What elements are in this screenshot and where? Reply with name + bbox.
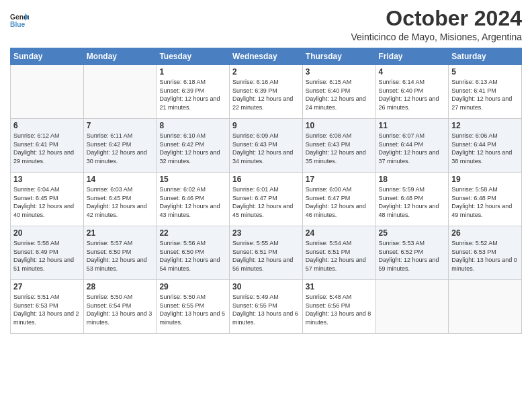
day-number: 28 — [87, 282, 154, 291]
day-number: 3 — [306, 67, 373, 77]
day-number: 2 — [232, 67, 300, 77]
page-header: General Blue October 2024 Veinticinco de… — [10, 7, 522, 42]
cell-info: Sunrise: 6:11 AM Sunset: 6:42 PM Dayligh… — [87, 132, 154, 165]
calendar-cell: 20Sunrise: 5:58 AM Sunset: 6:49 PM Dayli… — [11, 226, 84, 280]
calendar-cell: 9Sunrise: 6:09 AM Sunset: 6:43 PM Daylig… — [230, 119, 303, 173]
calendar-cell: 15Sunrise: 6:02 AM Sunset: 6:46 PM Dayli… — [157, 173, 230, 226]
calendar-week-row: 27Sunrise: 5:51 AM Sunset: 6:53 PM Dayli… — [11, 280, 522, 334]
day-number: 7 — [87, 121, 154, 130]
day-number: 12 — [451, 121, 519, 130]
cell-info: Sunrise: 5:54 AM Sunset: 6:51 PM Dayligh… — [306, 239, 373, 273]
svg-text:Blue: Blue — [10, 21, 26, 28]
cell-info: Sunrise: 6:04 AM Sunset: 6:45 PM Dayligh… — [13, 185, 81, 219]
title-block: October 2024 Veinticinco de Mayo, Mision… — [351, 7, 522, 42]
calendar-cell — [11, 65, 84, 119]
calendar-cell: 10Sunrise: 6:08 AM Sunset: 6:43 PM Dayli… — [302, 119, 375, 173]
cell-info: Sunrise: 6:13 AM Sunset: 6:41 PM Dayligh… — [451, 78, 519, 111]
cell-info: Sunrise: 6:08 AM Sunset: 6:43 PM Dayligh… — [306, 132, 373, 165]
calendar-cell: 7Sunrise: 6:11 AM Sunset: 6:42 PM Daylig… — [83, 119, 157, 173]
cell-info: Sunrise: 5:57 AM Sunset: 6:50 PM Dayligh… — [87, 239, 154, 273]
day-number: 19 — [451, 175, 519, 184]
cell-info: Sunrise: 5:49 AM Sunset: 6:55 PM Dayligh… — [232, 293, 300, 326]
cell-info: Sunrise: 5:58 AM Sunset: 6:49 PM Dayligh… — [13, 239, 81, 273]
day-header-thursday: Thursday — [302, 48, 375, 65]
day-header-monday: Monday — [83, 48, 157, 65]
day-number: 18 — [379, 175, 446, 184]
day-number: 8 — [159, 121, 226, 130]
cell-info: Sunrise: 6:16 AM Sunset: 6:39 PM Dayligh… — [232, 78, 300, 111]
calendar-week-row: 13Sunrise: 6:04 AM Sunset: 6:45 PM Dayli… — [11, 173, 522, 226]
cell-info: Sunrise: 5:50 AM Sunset: 6:55 PM Dayligh… — [159, 293, 226, 326]
calendar-cell: 26Sunrise: 5:52 AM Sunset: 6:53 PM Dayli… — [449, 226, 522, 280]
calendar-cell: 22Sunrise: 5:56 AM Sunset: 6:50 PM Dayli… — [157, 226, 230, 280]
calendar-cell: 23Sunrise: 5:55 AM Sunset: 6:51 PM Dayli… — [230, 226, 303, 280]
calendar-cell: 27Sunrise: 5:51 AM Sunset: 6:53 PM Dayli… — [11, 280, 84, 334]
day-number: 4 — [379, 67, 446, 77]
cell-info: Sunrise: 5:55 AM Sunset: 6:51 PM Dayligh… — [232, 239, 300, 273]
cell-info: Sunrise: 6:12 AM Sunset: 6:41 PM Dayligh… — [13, 132, 81, 165]
calendar-cell: 29Sunrise: 5:50 AM Sunset: 6:55 PM Dayli… — [157, 280, 230, 334]
day-number: 1 — [159, 67, 226, 77]
calendar-cell — [83, 65, 157, 119]
cell-info: Sunrise: 6:00 AM Sunset: 6:47 PM Dayligh… — [306, 185, 373, 219]
calendar-table: SundayMondayTuesdayWednesdayThursdayFrid… — [10, 48, 522, 334]
calendar-cell: 16Sunrise: 6:01 AM Sunset: 6:47 PM Dayli… — [230, 173, 303, 226]
calendar-header-row: SundayMondayTuesdayWednesdayThursdayFrid… — [11, 48, 522, 65]
day-number: 29 — [159, 282, 226, 291]
cell-info: Sunrise: 6:09 AM Sunset: 6:43 PM Dayligh… — [232, 132, 300, 165]
calendar-cell: 30Sunrise: 5:49 AM Sunset: 6:55 PM Dayli… — [230, 280, 303, 334]
cell-info: Sunrise: 5:53 AM Sunset: 6:52 PM Dayligh… — [379, 239, 446, 273]
cell-info: Sunrise: 5:52 AM Sunset: 6:53 PM Dayligh… — [451, 239, 519, 273]
calendar-week-row: 20Sunrise: 5:58 AM Sunset: 6:49 PM Dayli… — [11, 226, 522, 280]
calendar-cell: 25Sunrise: 5:53 AM Sunset: 6:52 PM Dayli… — [375, 226, 449, 280]
calendar-cell: 4Sunrise: 6:14 AM Sunset: 6:40 PM Daylig… — [375, 65, 449, 119]
day-number: 31 — [306, 282, 373, 291]
cell-info: Sunrise: 5:59 AM Sunset: 6:48 PM Dayligh… — [379, 185, 446, 219]
calendar-cell: 1Sunrise: 6:18 AM Sunset: 6:39 PM Daylig… — [157, 65, 230, 119]
calendar-cell: 6Sunrise: 6:12 AM Sunset: 6:41 PM Daylig… — [11, 119, 84, 173]
calendar-cell: 17Sunrise: 6:00 AM Sunset: 6:47 PM Dayli… — [302, 173, 375, 226]
cell-info: Sunrise: 5:50 AM Sunset: 6:54 PM Dayligh… — [87, 293, 154, 326]
logo-icon: General Blue — [10, 11, 29, 30]
cell-info: Sunrise: 6:18 AM Sunset: 6:39 PM Dayligh… — [159, 78, 226, 111]
cell-info: Sunrise: 6:14 AM Sunset: 6:40 PM Dayligh… — [379, 78, 446, 111]
day-number: 22 — [159, 228, 226, 238]
cell-info: Sunrise: 6:15 AM Sunset: 6:40 PM Dayligh… — [306, 78, 373, 111]
cell-info: Sunrise: 6:02 AM Sunset: 6:46 PM Dayligh… — [159, 185, 226, 219]
logo: General Blue — [10, 11, 29, 30]
calendar-cell — [449, 280, 522, 334]
day-number: 10 — [306, 121, 373, 130]
day-number: 30 — [232, 282, 300, 291]
calendar-cell: 8Sunrise: 6:10 AM Sunset: 6:42 PM Daylig… — [157, 119, 230, 173]
day-header-saturday: Saturday — [449, 48, 522, 65]
cell-info: Sunrise: 5:56 AM Sunset: 6:50 PM Dayligh… — [159, 239, 226, 273]
cell-info: Sunrise: 6:01 AM Sunset: 6:47 PM Dayligh… — [232, 185, 300, 219]
cell-info: Sunrise: 5:48 AM Sunset: 6:56 PM Dayligh… — [306, 293, 373, 326]
cell-info: Sunrise: 5:51 AM Sunset: 6:53 PM Dayligh… — [13, 293, 81, 326]
cell-info: Sunrise: 6:10 AM Sunset: 6:42 PM Dayligh… — [159, 132, 226, 165]
day-number: 25 — [379, 228, 446, 238]
day-number: 17 — [306, 175, 373, 184]
calendar-cell: 31Sunrise: 5:48 AM Sunset: 6:56 PM Dayli… — [302, 280, 375, 334]
calendar-cell: 21Sunrise: 5:57 AM Sunset: 6:50 PM Dayli… — [83, 226, 157, 280]
day-number: 11 — [379, 121, 446, 130]
day-number: 9 — [232, 121, 300, 130]
day-number: 23 — [232, 228, 300, 238]
day-header-friday: Friday — [375, 48, 449, 65]
cell-info: Sunrise: 5:58 AM Sunset: 6:48 PM Dayligh… — [451, 185, 519, 219]
calendar-cell: 5Sunrise: 6:13 AM Sunset: 6:41 PM Daylig… — [449, 65, 522, 119]
day-number: 21 — [87, 228, 154, 238]
day-number: 14 — [87, 175, 154, 184]
day-number: 26 — [451, 228, 519, 238]
calendar-week-row: 1Sunrise: 6:18 AM Sunset: 6:39 PM Daylig… — [11, 65, 522, 119]
day-header-wednesday: Wednesday — [230, 48, 303, 65]
calendar-cell: 12Sunrise: 6:06 AM Sunset: 6:44 PM Dayli… — [449, 119, 522, 173]
calendar-cell: 2Sunrise: 6:16 AM Sunset: 6:39 PM Daylig… — [230, 65, 303, 119]
day-number: 5 — [451, 67, 519, 77]
calendar-cell: 11Sunrise: 6:07 AM Sunset: 6:44 PM Dayli… — [375, 119, 449, 173]
day-number: 16 — [232, 175, 300, 184]
cell-info: Sunrise: 6:03 AM Sunset: 6:45 PM Dayligh… — [87, 185, 154, 219]
calendar-cell: 3Sunrise: 6:15 AM Sunset: 6:40 PM Daylig… — [302, 65, 375, 119]
cell-info: Sunrise: 6:06 AM Sunset: 6:44 PM Dayligh… — [451, 132, 519, 165]
calendar-cell: 13Sunrise: 6:04 AM Sunset: 6:45 PM Dayli… — [11, 173, 84, 226]
